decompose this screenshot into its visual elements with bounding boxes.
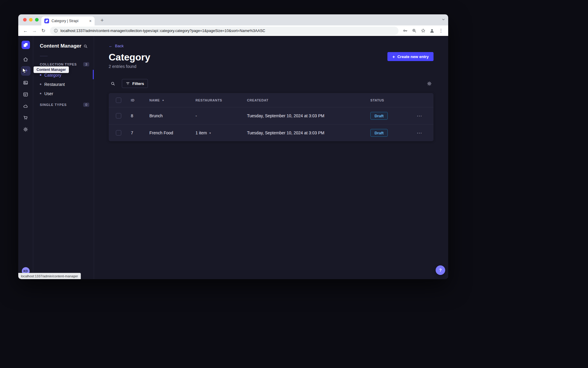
header-name[interactable]: NAME ▲ xyxy=(146,98,193,102)
zoom-icon[interactable] xyxy=(410,27,418,35)
browser-menu-kebab-icon[interactable]: ⋮ xyxy=(437,27,445,35)
sidebar-item-restaurant[interactable]: Restaurant xyxy=(33,80,94,89)
table-header-row: ID NAME ▲ RESTAURANTS CREATEDAT STATUS xyxy=(109,93,434,107)
bullet-icon xyxy=(40,83,41,85)
password-manager-icon[interactable] xyxy=(401,27,409,35)
cell-name: Brunch xyxy=(146,113,193,118)
browser-back-button[interactable]: ← xyxy=(21,27,30,35)
collection-types-count-badge: 3 xyxy=(83,62,89,66)
plus-icon: + xyxy=(392,54,395,59)
content-manager-tooltip: Content Manager xyxy=(34,66,69,73)
browser-tab-strip: Category | Strapi × + xyxy=(18,14,448,25)
tab-title: Category | Strapi xyxy=(51,19,86,23)
cell-createdat: Tuesday, September 10, 2024 at 3:03 PM xyxy=(244,113,367,118)
strapi-favicon xyxy=(44,19,49,23)
sidebar-item-label: Category xyxy=(44,73,61,77)
status-badge: Draft xyxy=(370,129,388,137)
row-actions-button[interactable]: ⋯ xyxy=(407,113,434,119)
single-types-label: SINGLE TYPES xyxy=(40,103,67,107)
browser-window: Category | Strapi × + ← → ↻ localhost:13… xyxy=(18,14,448,279)
page-title: Category xyxy=(109,51,150,63)
view-settings-gear-icon[interactable] xyxy=(425,79,434,88)
chevron-down-icon: ▾ xyxy=(209,131,211,135)
search-entries-icon[interactable] xyxy=(109,79,117,88)
entries-table: ID NAME ▲ RESTAURANTS CREATEDAT STATUS 8… xyxy=(109,93,434,141)
sidebar-item-label: Restaurant xyxy=(44,82,65,87)
row-actions-button[interactable]: ⋯ xyxy=(407,130,434,136)
strapi-logo[interactable] xyxy=(22,41,30,49)
help-button[interactable]: ? xyxy=(436,265,445,275)
sidebar-search-icon[interactable] xyxy=(82,42,89,50)
back-link[interactable]: ← Back xyxy=(109,44,124,48)
content-type-builder-icon[interactable] xyxy=(21,89,31,99)
main-content: ← Back Category 2 entries found + Create… xyxy=(94,36,448,279)
table-row[interactable]: 7 French Food 1 item ▾ Tuesday, Septembe… xyxy=(109,124,434,141)
select-all-checkbox[interactable] xyxy=(116,98,121,103)
new-tab-button[interactable]: + xyxy=(98,16,106,24)
filters-button[interactable]: Filters xyxy=(122,79,148,88)
single-types-section: SINGLE TYPES 0 xyxy=(33,103,94,107)
header-restaurants[interactable]: RESTAURANTS xyxy=(193,98,244,102)
settings-gear-icon[interactable] xyxy=(21,124,31,134)
tab-search-chevron-icon[interactable] xyxy=(441,17,445,22)
site-info-icon[interactable] xyxy=(54,28,58,33)
collection-types-section: COLLECTION TYPES 3 xyxy=(33,62,94,66)
cell-name: French Food xyxy=(146,130,193,135)
close-window-button[interactable] xyxy=(23,18,27,22)
cell-restaurants: - xyxy=(193,113,244,118)
create-new-entry-label: Create new entry xyxy=(397,54,429,59)
media-library-icon[interactable] xyxy=(21,78,31,87)
url-text: localhost:1337/admin/content-manager/col… xyxy=(60,29,265,33)
bookmark-star-icon[interactable] xyxy=(419,27,427,35)
browser-forward-button[interactable]: → xyxy=(30,27,39,35)
filters-label: Filters xyxy=(132,81,144,86)
marketplace-cart-icon[interactable] xyxy=(21,113,31,122)
cell-id: 8 xyxy=(128,113,146,118)
collection-types-label: COLLECTION TYPES xyxy=(40,63,77,66)
cell-restaurants[interactable]: 1 item ▾ xyxy=(193,130,244,135)
browser-tab[interactable]: Category | Strapi × xyxy=(41,16,95,25)
status-badge: Draft xyxy=(370,112,388,120)
sidebar-divider xyxy=(40,56,48,56)
back-arrow-icon: ← xyxy=(109,44,113,48)
browser-reload-button[interactable]: ↻ xyxy=(39,27,48,35)
close-tab-icon[interactable]: × xyxy=(89,18,92,24)
content-manager-icon[interactable] xyxy=(21,66,31,76)
back-label: Back xyxy=(115,44,124,48)
link-status-bubble: localhost:1337/admin/content-manager xyxy=(18,273,81,279)
sidebar-item-user[interactable]: User xyxy=(33,89,94,98)
cell-id: 7 xyxy=(128,130,146,135)
filter-icon xyxy=(126,81,130,86)
entries-count: 2 entries found xyxy=(109,64,150,69)
header-id[interactable]: ID xyxy=(128,98,146,102)
bullet-icon xyxy=(40,93,41,94)
home-icon[interactable] xyxy=(21,54,31,64)
window-controls xyxy=(23,18,39,22)
sidebar-title: Content Manager xyxy=(40,43,81,49)
header-status[interactable]: STATUS xyxy=(367,98,407,102)
create-new-entry-button[interactable]: + Create new entry xyxy=(387,52,434,61)
strapi-app: KD Content Manager COLLECTION TYPES 3 Ca… xyxy=(18,36,448,279)
cloud-icon[interactable] xyxy=(21,101,31,111)
main-nav-rail: KD xyxy=(18,36,33,279)
browser-profile-icon[interactable] xyxy=(428,27,436,35)
sort-ascending-icon[interactable]: ▲ xyxy=(162,99,165,101)
single-types-count-badge: 0 xyxy=(83,103,89,107)
header-createdat[interactable]: CREATEDAT xyxy=(244,98,367,102)
table-row[interactable]: 8 Brunch - Tuesday, September 10, 2024 a… xyxy=(109,107,434,124)
minimize-window-button[interactable] xyxy=(29,18,33,22)
url-bar[interactable]: localhost:1337/admin/content-manager/col… xyxy=(50,27,398,35)
cell-createdat: Tuesday, September 10, 2024 at 3:03 PM xyxy=(244,130,367,135)
row-checkbox[interactable] xyxy=(116,130,121,136)
browser-address-bar: ← → ↻ localhost:1337/admin/content-manag… xyxy=(18,25,448,36)
bullet-icon xyxy=(40,74,41,76)
fullscreen-window-button[interactable] xyxy=(35,18,39,22)
sidebar-item-label: User xyxy=(44,91,53,96)
row-checkbox[interactable] xyxy=(116,113,121,118)
active-item-indicator xyxy=(93,70,94,79)
